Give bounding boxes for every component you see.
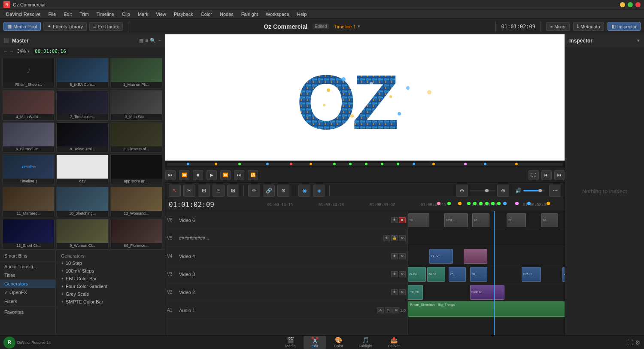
track-v5-fx[interactable]: fx bbox=[399, 235, 406, 241]
media-item[interactable]: 1_Man on Ph... bbox=[110, 58, 162, 88]
trim-tool-button[interactable]: ⊞ bbox=[198, 185, 210, 197]
clip-v6-1[interactable]: Te... bbox=[408, 213, 429, 227]
stop-button[interactable]: ⏹ bbox=[193, 170, 203, 180]
full-screen-button[interactable]: ⛶ bbox=[529, 170, 539, 180]
rewind-button[interactable]: ⏪ bbox=[179, 170, 189, 180]
track-v3-eye[interactable]: 👁 bbox=[391, 271, 398, 277]
clip-v2-1[interactable]: 71_...10_Sk... bbox=[408, 285, 423, 300]
dynamic-trim-button[interactable]: ⊠ bbox=[227, 185, 239, 197]
track-v5-eye[interactable]: 👁 bbox=[383, 235, 390, 241]
generator-ebu[interactable]: EBU Color Bar bbox=[59, 275, 161, 282]
clip-v3-4[interactable]: 20_... bbox=[470, 267, 487, 282]
inspector-expand-icon[interactable]: ▾ bbox=[637, 38, 640, 43]
media-item[interactable]: 8_IKEA Com... bbox=[56, 58, 108, 88]
clip-v4-2[interactable] bbox=[464, 249, 487, 264]
track-v5-lock[interactable]: 🔒 bbox=[391, 235, 398, 241]
track-v2-fx[interactable]: fx bbox=[399, 289, 406, 295]
menu-mark[interactable]: Mark bbox=[134, 11, 152, 18]
effects-item-audio-trans[interactable]: Audio Transiti... bbox=[0, 262, 55, 271]
menu-trim[interactable]: Trim bbox=[76, 11, 92, 18]
generator-four-color[interactable]: Four Color Gradient bbox=[59, 282, 161, 290]
menu-clip[interactable]: Clip bbox=[118, 11, 134, 18]
nav-fairlight[interactable]: 🎵 Fairlight bbox=[351, 336, 380, 349]
media-item[interactable]: app store an... bbox=[110, 155, 162, 185]
effects-item-smart-bins[interactable]: Smart Bins bbox=[0, 252, 55, 260]
clip-v4-1[interactable]: 27_V... bbox=[429, 249, 453, 264]
track-v3-fx[interactable]: fx bbox=[399, 271, 406, 277]
maximize-button[interactable] bbox=[628, 2, 633, 7]
track-a1-arm[interactable]: A bbox=[377, 307, 384, 313]
track-v2-eye[interactable]: 👁 bbox=[391, 289, 398, 295]
mixer-button[interactable]: ≈ Mixer bbox=[546, 22, 570, 31]
inspector-button[interactable]: ◧ Inspector bbox=[608, 22, 641, 31]
zoom-out-button[interactable]: ⊖ bbox=[456, 185, 468, 197]
metadata-button[interactable]: ℹ Metadata bbox=[573, 22, 604, 31]
view-grid-icon[interactable]: ▦ bbox=[139, 38, 143, 43]
generator-smpte[interactable]: SMPTE Color Bar bbox=[59, 298, 161, 306]
media-item[interactable]: 8_Tokyo Trai... bbox=[56, 122, 108, 153]
effects-item-filters[interactable]: Filters bbox=[0, 297, 55, 306]
settings-icon[interactable]: ⚙ bbox=[635, 339, 641, 346]
skip-forward-button[interactable]: ⏭ bbox=[541, 170, 552, 180]
menu-edit[interactable]: Edit bbox=[60, 11, 75, 18]
loop-button[interactable]: 🔁 bbox=[248, 170, 258, 180]
view-list-icon[interactable]: ≡ bbox=[145, 38, 148, 43]
search-icon[interactable]: 🔍 bbox=[150, 38, 156, 43]
snap-button[interactable]: ⊕ bbox=[277, 185, 289, 197]
slide-tool-button[interactable]: ⊟ bbox=[213, 185, 225, 197]
menu-view[interactable]: View bbox=[152, 11, 170, 18]
go-to-end-button[interactable]: ⏭ bbox=[234, 170, 244, 180]
edit-index-button[interactable]: ≡ Edit Index bbox=[89, 22, 122, 31]
nav-color[interactable]: 🎨 Color bbox=[326, 336, 351, 349]
menu-file[interactable]: File bbox=[45, 11, 60, 18]
media-item[interactable]: 7_Timelapse... bbox=[56, 90, 108, 121]
media-item[interactable]: 4_Man Walki... bbox=[3, 90, 55, 121]
color-picker-button[interactable]: ◉ bbox=[298, 185, 310, 197]
link-button[interactable]: 🔗 bbox=[263, 185, 275, 197]
more-options-icon[interactable]: ··· bbox=[158, 38, 161, 43]
menu-timeline[interactable]: Timeline bbox=[93, 11, 118, 18]
media-item[interactable]: ♪ Rhian_Sheeh... bbox=[3, 58, 55, 88]
effects-library-button[interactable]: ✦ Effects Library bbox=[43, 22, 87, 31]
nav-media[interactable]: 🎬 Media bbox=[277, 336, 304, 349]
media-item[interactable]: 2_Closeup of... bbox=[110, 122, 162, 153]
close-button[interactable] bbox=[635, 2, 641, 7]
clip-v6-4[interactable]: Te... bbox=[507, 213, 526, 227]
effects-item-favorites[interactable]: Favorites bbox=[0, 308, 55, 316]
media-item[interactable]: 9_Woman Cl... bbox=[56, 219, 108, 249]
media-item[interactable]: 12_Short Cli... bbox=[3, 219, 55, 249]
zoom-in-button[interactable]: ⊕ bbox=[497, 185, 509, 197]
more-options-button[interactable]: ⋯ bbox=[549, 185, 561, 197]
fullscreen-icon[interactable]: ⛶ bbox=[627, 339, 633, 346]
track-a1-mute-m[interactable]: M bbox=[392, 307, 399, 313]
track-a1-mute-s[interactable]: S bbox=[385, 307, 392, 313]
menu-nodes[interactable]: Nodes bbox=[216, 11, 237, 18]
effects-item-generators[interactable]: Generators bbox=[0, 279, 55, 288]
track-v6-rec[interactable]: ⏺ bbox=[399, 217, 406, 223]
media-pool-button[interactable]: ▦ Media Pool bbox=[3, 22, 41, 31]
clip-v3-2[interactable]: 24 Fa... bbox=[427, 267, 445, 282]
nav-deliver[interactable]: 📤 Deliver bbox=[380, 336, 407, 349]
clip-v6-5[interactable]: Te... bbox=[541, 213, 558, 227]
media-item[interactable]: 11_Mirrored... bbox=[3, 187, 55, 217]
media-item[interactable]: Timeline Timeline 1 bbox=[3, 155, 55, 185]
track-v4-eye[interactable]: 👁 bbox=[391, 253, 398, 259]
clip-v2-2[interactable]: Fade bl... bbox=[470, 285, 504, 300]
media-item[interactable]: 6_Blurred Pe... bbox=[3, 122, 55, 153]
blade-tool-button[interactable]: ✂ bbox=[183, 185, 195, 197]
select-tool-button[interactable]: ↖ bbox=[169, 185, 181, 197]
effects-item-titles[interactable]: Titles bbox=[0, 271, 55, 279]
generator-100mv[interactable]: 100mV Steps bbox=[59, 267, 161, 275]
fast-forward-button[interactable]: ⏩ bbox=[220, 170, 231, 180]
audio-clip-1[interactable]: Rhian_Sheehan - Big_Things bbox=[408, 301, 565, 317]
menu-fairlight[interactable]: Fairlight bbox=[238, 11, 261, 18]
clip-v3-5[interactable]: C25+1... bbox=[522, 267, 541, 282]
audio-button[interactable]: ◈ bbox=[313, 185, 325, 197]
track-v4-fx[interactable]: fx bbox=[399, 253, 406, 259]
minimize-button[interactable] bbox=[620, 2, 625, 7]
media-item[interactable]: oz2 bbox=[56, 155, 108, 185]
effects-item-openfx[interactable]: ✓ OpenFX bbox=[0, 288, 55, 297]
generator-10-step[interactable]: 10 Step bbox=[59, 259, 161, 267]
play-button[interactable]: ▶ bbox=[207, 170, 217, 180]
generator-grey-scale[interactable]: Grey Scale bbox=[59, 290, 161, 298]
